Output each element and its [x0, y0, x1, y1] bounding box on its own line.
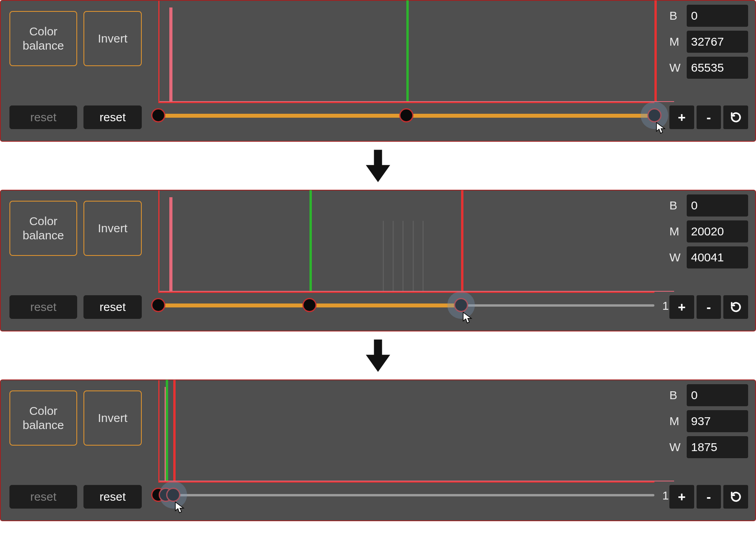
w-input[interactable]: 40041 [687, 246, 748, 268]
increment-button[interactable]: + [669, 295, 694, 319]
white-handle[interactable] [647, 108, 662, 122]
m-label: M [669, 415, 683, 428]
midpoint-marker [406, 0, 409, 102]
histogram [158, 380, 654, 483]
reset-button[interactable]: reset [83, 105, 142, 129]
color-balance-button[interactable]: Color balance [9, 390, 77, 446]
b-input[interactable]: 0 [687, 194, 748, 217]
increment-button[interactable]: + [669, 105, 694, 129]
redo-button[interactable] [723, 295, 748, 319]
reset-button[interactable]: reset [83, 485, 142, 509]
m-input[interactable]: 32767 [687, 31, 748, 53]
m-label: M [669, 225, 683, 238]
levels-panel: Color balanceInvertresetresetB0M32767W65… [0, 0, 756, 142]
levels-slider[interactable] [158, 297, 654, 313]
black-handle[interactable] [151, 108, 165, 122]
w-label: W [669, 440, 683, 454]
slider-max-label: 1 [662, 299, 669, 313]
decrement-button[interactable]: - [697, 295, 721, 319]
w-label: W [669, 61, 683, 74]
black-handle[interactable] [151, 298, 165, 312]
histogram [158, 191, 654, 293]
stepper-controls: +- [669, 295, 748, 319]
b-label: B [669, 199, 683, 212]
w-input[interactable]: 65535 [687, 57, 748, 79]
histogram [158, 1, 654, 103]
slider-max-label: 1 [662, 489, 669, 502]
mid-handle[interactable] [302, 298, 317, 312]
white-marker [461, 190, 463, 292]
white-handle[interactable] [454, 298, 468, 312]
m-label: M [669, 35, 683, 48]
color-balance-button[interactable]: Color balance [9, 201, 77, 256]
reset-button-disabled: reset [9, 295, 77, 319]
decrement-button[interactable]: - [697, 105, 721, 129]
b-input[interactable]: 0 [687, 5, 748, 27]
arrow-down-icon [362, 149, 394, 184]
white-marker [654, 0, 657, 102]
reset-button-disabled: reset [9, 105, 77, 129]
invert-button[interactable]: Invert [83, 390, 142, 446]
levels-slider[interactable] [158, 487, 654, 503]
stepper-controls: +- [669, 105, 748, 129]
increment-button[interactable]: + [669, 485, 694, 509]
redo-button[interactable] [723, 105, 748, 129]
white-handle[interactable] [166, 488, 180, 502]
reset-button-disabled: reset [9, 485, 77, 509]
b-input[interactable]: 0 [687, 384, 748, 406]
b-label: B [669, 9, 683, 22]
w-input[interactable]: 1875 [687, 436, 748, 458]
color-balance-button[interactable]: Color balance [9, 11, 77, 66]
value-fields: B0M937W1875 [669, 384, 748, 462]
levels-panel: Color balanceInvertresetreset1B0M20020W4… [0, 190, 756, 331]
value-fields: B0M32767W65535 [669, 5, 748, 83]
levels-panel: Color balanceInvertresetreset1B0M937W187… [0, 379, 756, 521]
redo-button[interactable] [723, 485, 748, 509]
stepper-controls: +- [669, 485, 748, 509]
m-input[interactable]: 937 [687, 410, 748, 432]
invert-button[interactable]: Invert [83, 11, 142, 66]
arrow-down-icon [362, 339, 394, 374]
white-marker [173, 380, 176, 481]
histogram-peak [169, 197, 172, 292]
w-label: W [669, 251, 683, 264]
reset-button[interactable]: reset [83, 295, 142, 319]
invert-button[interactable]: Invert [83, 201, 142, 256]
b-label: B [669, 389, 683, 402]
m-input[interactable]: 20020 [687, 220, 748, 242]
midpoint-marker [166, 380, 168, 481]
value-fields: B0M20020W40041 [669, 194, 748, 272]
midpoint-marker [309, 190, 312, 292]
decrement-button[interactable]: - [697, 485, 721, 509]
levels-slider[interactable] [158, 107, 654, 123]
mid-handle[interactable] [399, 108, 413, 122]
histogram-peak [169, 7, 172, 102]
